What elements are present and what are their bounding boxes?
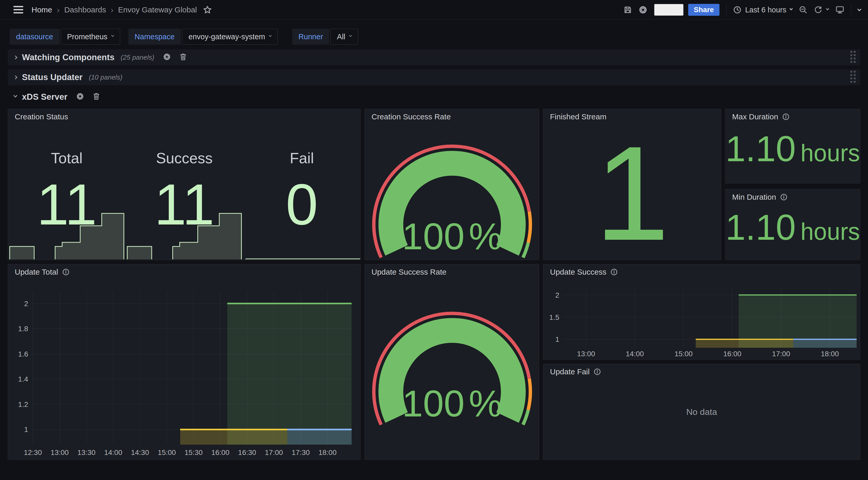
panel-title[interactable]: Min Duration: [732, 193, 787, 202]
breadcrumb-dashboards[interactable]: Dashboards: [64, 5, 106, 14]
breadcrumb-current: Envoy Gateway Global: [118, 5, 197, 14]
chevron-down-icon: [13, 93, 18, 97]
stat-value-group: 1.10hours: [725, 128, 860, 170]
gauge-chart: 100%: [372, 311, 532, 432]
panel-title[interactable]: Creation Success Rate: [371, 112, 451, 121]
monitor-icon: [835, 5, 844, 14]
stat-value: 11: [8, 175, 126, 234]
svg-text:18:00: 18:00: [821, 350, 839, 358]
hamburger-menu-button[interactable]: [13, 6, 23, 14]
timeseries-chart: 13:0014:0015:0016:0017:0018:0011.52: [543, 264, 861, 360]
chevron-down-icon: [349, 34, 352, 37]
svg-text:15:00: 15:00: [158, 448, 176, 456]
variable-namespace-value[interactable]: envoy-gateway-system: [182, 29, 278, 45]
info-icon[interactable]: [782, 113, 789, 120]
toolbar-divider: [726, 4, 726, 16]
variable-namespace-label[interactable]: Namespace: [128, 29, 181, 45]
svg-text:16:30: 16:30: [238, 448, 256, 456]
svg-text:1.6: 1.6: [18, 350, 28, 358]
stat-unit: hours: [801, 140, 860, 166]
variable-namespace-selected: envoy-gateway-system: [189, 33, 265, 41]
row-title[interactable]: Status Updater: [22, 72, 83, 82]
no-data-text: No data: [543, 364, 860, 459]
panel-title[interactable]: Finished Stream: [550, 112, 606, 121]
panel-title[interactable]: Update Fail: [550, 367, 601, 376]
panel-title[interactable]: Update Total: [15, 268, 69, 276]
panel-update-fail: Update Fail No data: [543, 364, 860, 460]
panel-title[interactable]: Update Success Rate: [371, 268, 446, 276]
panel-max-duration: Max Duration 1.10hours: [725, 109, 860, 183]
panel-title-text: Min Duration: [732, 193, 776, 202]
stat-unit: hours: [801, 218, 860, 244]
info-icon[interactable]: [594, 368, 601, 376]
svg-text:2: 2: [24, 300, 28, 308]
panel-title-text: Creation Status: [15, 112, 68, 121]
toolbar-actions: Add Share Last 6 hours: [624, 0, 868, 20]
row-settings-button[interactable]: [163, 53, 171, 62]
stat-value: 1.10: [725, 207, 796, 247]
panel-title-text: Update Total: [15, 268, 58, 276]
panel-title-text: Finished Stream: [550, 112, 606, 121]
svg-text:100%: 100%: [402, 383, 502, 424]
zoom-out-button[interactable]: [799, 6, 807, 14]
row-watching-components[interactable]: Watching Components (25 panels): [8, 49, 860, 65]
grip-dots-icon: [850, 71, 856, 83]
svg-text:100%: 100%: [402, 215, 502, 257]
info-icon[interactable]: [62, 268, 69, 276]
chevron-down-icon: [269, 34, 272, 37]
share-button[interactable]: Share: [688, 4, 720, 16]
variable-runner-label[interactable]: Runner: [292, 29, 329, 45]
row-title[interactable]: xDS Server: [22, 92, 67, 102]
favorite-star-button[interactable]: [203, 5, 212, 14]
svg-text:17:00: 17:00: [772, 350, 790, 358]
svg-text:13:30: 13:30: [78, 448, 96, 456]
panel-title[interactable]: Max Duration: [732, 112, 789, 121]
row-title[interactable]: Watching Components: [22, 53, 115, 62]
variable-datasource-label[interactable]: datasource: [10, 29, 59, 45]
stat-column-success: Success 11: [126, 109, 243, 260]
trash-icon: [180, 53, 187, 61]
time-range-picker[interactable]: Last 6 hours: [733, 6, 792, 14]
variable-datasource-value[interactable]: Prometheus: [61, 29, 120, 45]
svg-text:15:00: 15:00: [675, 350, 692, 358]
variable-runner-value[interactable]: All: [331, 29, 358, 45]
chevron-down-icon: [111, 34, 114, 37]
svg-text:1.4: 1.4: [18, 375, 28, 383]
panel-title-text: Update Success: [550, 268, 606, 276]
kiosk-mode-button[interactable]: [835, 5, 844, 14]
refresh-button[interactable]: [814, 6, 829, 14]
trash-icon: [93, 92, 100, 100]
stat-value: 1.10: [725, 128, 796, 169]
svg-text:17:30: 17:30: [292, 448, 310, 456]
breadcrumb-home[interactable]: Home: [32, 5, 52, 14]
breadcrumb-separator: ›: [57, 5, 60, 15]
row-settings-button[interactable]: [76, 92, 84, 101]
svg-text:1.5: 1.5: [549, 313, 559, 321]
save-dashboard-button[interactable]: [624, 6, 632, 14]
variable-bar: datasource Prometheus Namespace envoy-ga…: [10, 29, 358, 45]
drag-handle[interactable]: [850, 71, 856, 84]
panel-title[interactable]: Creation Status: [15, 112, 68, 121]
panel-min-duration: Min Duration 1.10hours: [725, 189, 860, 260]
toolbar-collapse-caret-icon[interactable]: [858, 7, 862, 11]
info-icon[interactable]: [611, 268, 618, 276]
add-button[interactable]: Add: [654, 4, 684, 16]
panel-title[interactable]: Update Success: [550, 268, 618, 276]
zoom-out-icon: [799, 6, 807, 14]
dashboard-settings-button[interactable]: [639, 5, 647, 14]
row-delete-button[interactable]: [180, 53, 187, 62]
svg-text:1.8: 1.8: [18, 325, 28, 333]
panel-title-text: Update Success Rate: [371, 268, 446, 276]
stat-value: 11: [126, 175, 243, 234]
row-status-updater[interactable]: Status Updater (10 panels): [8, 69, 860, 85]
svg-text:15:30: 15:30: [184, 448, 203, 456]
stat-label: Fail: [243, 149, 361, 167]
info-icon[interactable]: [780, 193, 787, 201]
panel-creation-success-rate: Creation Success Rate 100%: [365, 109, 539, 260]
svg-text:13:00: 13:00: [577, 350, 595, 358]
svg-text:18:00: 18:00: [318, 448, 337, 456]
row-delete-button[interactable]: [93, 92, 100, 101]
variable-datasource-selected: Prometheus: [67, 33, 107, 41]
row-xds-server[interactable]: xDS Server: [8, 90, 860, 103]
drag-handle[interactable]: [850, 51, 856, 64]
